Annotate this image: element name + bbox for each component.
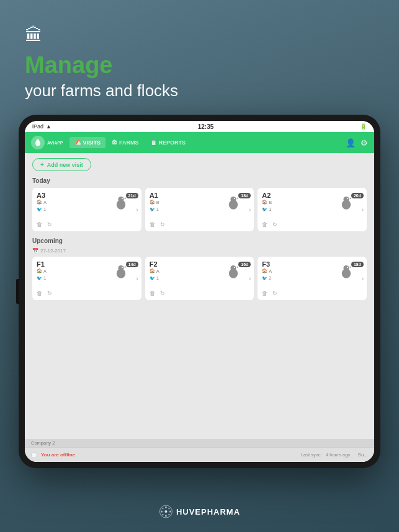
visit-card-f2[interactable]: F2 🏠 A 🐦 1	[145, 257, 254, 300]
svg-point-6	[122, 198, 123, 199]
user-icon[interactable]: 👤	[346, 138, 356, 148]
tab-farms[interactable]: 🏚 FARMS	[107, 137, 144, 148]
calendar-icon: 📅	[32, 248, 38, 254]
svg-point-22	[234, 267, 235, 268]
flock-icon: 🐦	[37, 206, 42, 213]
clock: 12:35	[198, 123, 214, 130]
app-logo: AVIAPP	[31, 136, 63, 149]
delete-icon[interactable]: 🗑	[150, 290, 155, 296]
svg-point-32	[169, 511, 171, 513]
sync-icon[interactable]: ↻	[160, 290, 165, 296]
card-footer: 🗑 ↻	[150, 221, 250, 228]
delete-icon[interactable]: 🗑	[262, 221, 267, 228]
flock-icon: 🐦	[262, 206, 267, 213]
logo-text: AVIAPP	[47, 141, 63, 145]
nav-bar: AVIAPP 🐔 VISITS 🏚 FARMS 📋 REPORTS	[25, 132, 374, 153]
days-badge-a1: 18d	[238, 193, 251, 198]
flock-icon: 🐦	[150, 275, 155, 282]
nav-actions: 👤 ⚙	[346, 138, 368, 148]
svg-point-20	[231, 265, 236, 271]
arrow-icon: ›	[136, 206, 138, 213]
status-bar: iPad ▲ 12:35 🔋	[25, 121, 374, 132]
svg-point-16	[118, 265, 123, 271]
visits-icon: 🐔	[74, 140, 81, 146]
building-icon: 🏠	[37, 268, 42, 275]
flock-icon: 🐦	[150, 206, 155, 213]
add-visit-label: Add new visit	[47, 162, 83, 168]
status-right: 🔋	[360, 123, 367, 130]
tab-visits-label: VISITS	[83, 140, 101, 146]
tablet-screen: iPad ▲ 12:35 🔋	[25, 121, 374, 462]
submit-button[interactable]: Su...	[358, 452, 368, 458]
wifi-icon: ▲	[46, 123, 52, 130]
delete-icon[interactable]: 🗑	[150, 221, 155, 228]
card-footer: 🗑 ↻	[262, 290, 362, 296]
building-icon: 🏠	[37, 199, 42, 206]
sync-label: Last sync:	[301, 452, 322, 458]
sync-icon[interactable]: ↻	[272, 221, 277, 228]
reports-icon: 📋	[150, 140, 157, 146]
card-id: F3	[262, 260, 272, 268]
svg-point-34	[168, 508, 169, 509]
days-badge-f3: 18d	[351, 262, 364, 267]
card-meta: 🏠 A 🐦 2	[262, 268, 272, 282]
building-icon: 🏠	[262, 199, 267, 206]
building-icon: 🏠	[150, 268, 155, 275]
svg-point-28	[164, 510, 167, 513]
card-meta: 🏠 A 🐦 1	[150, 268, 159, 282]
svg-point-29	[164, 507, 166, 508]
nav-tabs: 🐔 VISITS 🏚 FARMS 📋 REPORTS	[69, 137, 346, 148]
delete-icon[interactable]: 🗑	[37, 290, 42, 296]
building-icon: 🏠	[262, 268, 267, 275]
sync-icon[interactable]: ↻	[47, 290, 52, 296]
sync-icon[interactable]: ↻	[160, 221, 165, 228]
delete-icon[interactable]: 🗑	[262, 290, 267, 296]
svg-point-12	[343, 197, 349, 202]
settings-icon[interactable]: ⚙	[361, 138, 368, 148]
svg-point-18	[122, 267, 123, 268]
farm-icon: 🏛	[25, 25, 178, 45]
sync-icon[interactable]: ↻	[272, 290, 277, 296]
sync-time: 4 hours ago	[326, 452, 351, 458]
brand-name: HUVEPHARMA	[176, 507, 240, 516]
days-badge-a3: 21d	[126, 193, 138, 198]
tablet-side-button	[16, 279, 19, 304]
farms-icon: 🏚	[112, 140, 117, 146]
upcoming-label: Upcoming	[32, 237, 367, 244]
arrow-icon: ›	[362, 206, 364, 213]
tab-reports[interactable]: 📋 REPORTS	[145, 137, 191, 148]
sync-icon[interactable]: ↻	[47, 221, 52, 228]
svg-marker-5	[123, 197, 126, 199]
arrow-icon: ›	[249, 275, 251, 282]
card-id: A2	[262, 192, 272, 199]
offline-indicator	[31, 452, 37, 458]
card-meta: 🏠 B 🐦 1	[150, 199, 159, 213]
svg-point-30	[164, 515, 166, 517]
sync-info: Last sync: 4 hours ago	[301, 452, 351, 458]
svg-point-10	[234, 198, 235, 199]
visit-card-a1[interactable]: A1 🏠 B 🐦 1	[145, 188, 254, 231]
visit-card-a3[interactable]: A3 🏠 A 🐦 1	[32, 188, 141, 231]
tab-visits[interactable]: 🐔 VISITS	[69, 137, 106, 148]
add-visit-button[interactable]: + Add new visit	[32, 158, 91, 171]
main-content: + Add new visit Today A3	[25, 153, 374, 462]
visit-card-f3[interactable]: F3 🏠 A 🐦 2	[258, 257, 367, 300]
card-footer: 🗑 ↻	[150, 290, 250, 296]
svg-point-33	[162, 508, 163, 509]
tab-reports-label: REPORTS	[159, 140, 186, 146]
visit-card-a2[interactable]: A2 🏠 B 🐦 1	[258, 188, 367, 231]
visit-card-f1[interactable]: F1 🏠 A 🐦 1	[32, 257, 141, 300]
card-meta: 🏠 A 🐦 1	[37, 268, 47, 282]
upcoming-cards-grid: F1 🏠 A 🐦 1	[32, 257, 367, 300]
card-id: A3	[37, 192, 47, 199]
svg-point-4	[118, 197, 123, 202]
svg-marker-21	[236, 266, 239, 268]
delete-icon[interactable]: 🗑	[37, 221, 42, 228]
card-id: F2	[150, 260, 159, 268]
svg-point-8	[231, 197, 236, 202]
tablet-device: iPad ▲ 12:35 🔋	[19, 115, 380, 468]
plus-icon: +	[40, 161, 44, 168]
card-meta: 🏠 B 🐦 1	[262, 199, 272, 213]
huvepharma-logo: HUVEPHARMA	[159, 505, 240, 518]
logo-circle	[31, 136, 45, 149]
